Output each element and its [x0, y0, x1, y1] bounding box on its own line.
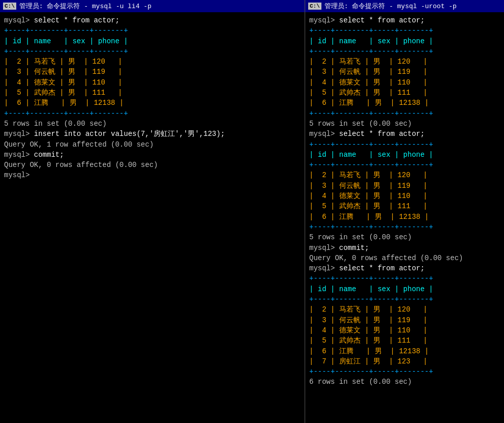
terminal-line: | 3 | 何云帆 | 男 | 119 | [309, 181, 500, 191]
terminal-line: 5 rows in set (0.00 sec) [309, 119, 500, 129]
terminal-line: mysql> select * from actor; [309, 15, 500, 25]
right-title-bar: C:\ 管理员: 命令提示符 - mysql -uroot -p [305, 0, 504, 12]
terminal-line: +----+--------+-----+-------+ [309, 108, 500, 119]
terminal-line: | 4 | 德莱文 | 男 | 110 | [309, 191, 500, 201]
terminal-line: +----+--------+-----+-------+ [309, 366, 500, 377]
left-terminal-icon: C:\ [3, 3, 16, 10]
terminal-line: | 5 | 武帅杰 | 男 | 111 | [309, 335, 500, 346]
terminal-line: mysql> commit; [4, 150, 301, 160]
terminal-line: | 3 | 何云帆 | 男 | 119 | [309, 315, 500, 325]
terminal-line: mysql> insert into actor values(7,'房虹江',… [4, 129, 301, 139]
terminal-line: | 6 | 江腾 | 男 | 12138 | [309, 346, 500, 356]
terminal-line: mysql> select * from actor; [4, 15, 301, 25]
terminal-line: | id | name | sex | phone | [309, 36, 500, 46]
right-terminal-title: 管理员: 命令提示符 - mysql -uroot -p [324, 2, 457, 11]
terminal-line: | 4 | 德莱文 | 男 | 110 | [4, 77, 301, 88]
terminal-line: | 4 | 德莱文 | 男 | 110 | [309, 325, 500, 335]
terminal-line: +----+--------+-----+-------+ [309, 160, 500, 170]
terminal-line: | 6 | 江腾 | 男 | 12138 | [309, 98, 500, 108]
terminal-line: | 4 | 德莱文 | 男 | 110 | [309, 77, 500, 88]
terminal-line: +----+--------+-----+-------+ [309, 139, 500, 150]
terminal-line: mysql> commit; [309, 243, 500, 253]
right-terminal: C:\ 管理员: 命令提示符 - mysql -uroot -p mysql> … [305, 0, 504, 423]
terminal-line: +----+--------+-----+-------+ [309, 25, 500, 36]
terminal-line: +----+--------+-----+-------+ [309, 46, 500, 57]
right-terminal-body: mysql> select * from actor;+----+-------… [305, 12, 504, 423]
left-terminal-title: 管理员: 命令提示符 - mysql -u li4 -p [19, 2, 152, 11]
right-terminal-icon: C:\ [308, 3, 321, 10]
terminal-line: | 3 | 何云帆 | 男 | 119 | [309, 67, 500, 77]
terminal-line: Query OK, 0 rows affected (0.00 sec) [309, 253, 500, 263]
terminal-line: +----+--------+-----+-------+ [309, 294, 500, 304]
terminal-line: | 3 | 何云帆 | 男 | 119 | [4, 67, 301, 77]
terminal-line: Query OK, 1 row affected (0.00 sec) [4, 139, 301, 150]
terminal-line: mysql> [4, 170, 301, 180]
terminal-line: 6 rows in set (0.00 sec) [309, 377, 500, 387]
terminal-line: | id | name | sex | phone | [309, 150, 500, 160]
terminal-line: | 5 | 武帅杰 | 男 | 111 | [309, 201, 500, 211]
terminal-line: +----+--------+-----+-------+ [4, 25, 301, 36]
terminal-line: mysql> select * from actor; [309, 129, 500, 139]
terminal-line: mysql> select * from actor; [309, 263, 500, 273]
terminal-line: +----+--------+-----+-------+ [309, 273, 500, 284]
terminal-line: | 2 | 马若飞 | 男 | 120 | [309, 304, 500, 315]
left-title-bar: C:\ 管理员: 命令提示符 - mysql -u li4 -p [0, 0, 305, 12]
terminal-line: +----+--------+-----+-------+ [4, 46, 301, 57]
terminal-line: | 2 | 马若飞 | 男 | 120 | [4, 57, 301, 67]
terminal-line: Query OK, 0 rows affected (0.00 sec) [4, 160, 301, 170]
left-terminal: C:\ 管理员: 命令提示符 - mysql -u li4 -p mysql> … [0, 0, 305, 423]
terminal-line: | id | name | sex | phone | [4, 36, 301, 46]
terminal-line: | 5 | 武帅杰 | 男 | 111 | [4, 88, 301, 98]
terminal-line: +----+--------+-----+-------+ [309, 222, 500, 232]
terminal-line: 5 rows in set (0.00 sec) [4, 119, 301, 129]
terminal-line: | 6 | 江腾 | 男 | 12138 | [309, 212, 500, 222]
terminal-line: | 5 | 武帅杰 | 男 | 111 | [309, 88, 500, 98]
terminal-line: | id | name | sex | phone | [309, 284, 500, 294]
left-terminal-body: mysql> select * from actor;+----+-------… [0, 12, 305, 423]
terminal-line: 5 rows in set (0.00 sec) [309, 232, 500, 242]
terminal-line: | 7 | 房虹江 | 男 | 123 | [309, 356, 500, 366]
terminal-line: | 2 | 马若飞 | 男 | 120 | [309, 170, 500, 180]
terminal-line: +----+--------+-----+-------+ [4, 108, 301, 119]
terminal-line: | 2 | 马若飞 | 男 | 120 | [309, 57, 500, 67]
terminal-line: | 6 | 江腾 | 男 | 12138 | [4, 98, 301, 108]
